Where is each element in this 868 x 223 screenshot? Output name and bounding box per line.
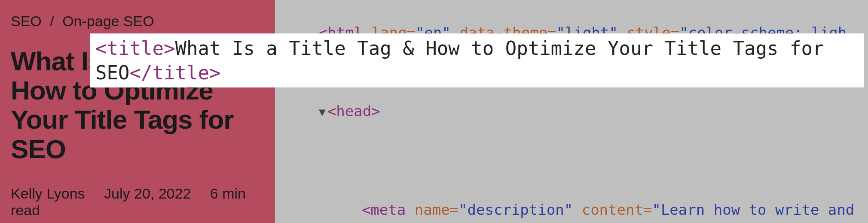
breadcrumb-root[interactable]: SEO: [11, 13, 42, 29]
title-tag-highlight-overlay: <title>What Is a Title Tag & How to Opti…: [90, 33, 864, 87]
code-head-open[interactable]: ▼<head>: [284, 82, 859, 142]
disclosure-triangle-down-icon[interactable]: ▼: [319, 105, 327, 120]
article-date: July 20, 2022: [104, 185, 191, 202]
title-close-tag: </title>: [129, 62, 220, 84]
code-meta-description: <meta name="description" content="Learn …: [284, 181, 859, 223]
breadcrumb: SEO / On-page SEO: [11, 13, 262, 30]
breadcrumb-current[interactable]: On-page SEO: [62, 13, 154, 29]
breadcrumb-separator: /: [50, 13, 54, 29]
title-open-tag: <title>: [95, 37, 175, 59]
code-title-placeholder: [284, 141, 859, 181]
article-author: Kelly Lyons: [11, 185, 85, 202]
article-meta: Kelly Lyons July 20, 2022 6 min read: [11, 185, 262, 219]
